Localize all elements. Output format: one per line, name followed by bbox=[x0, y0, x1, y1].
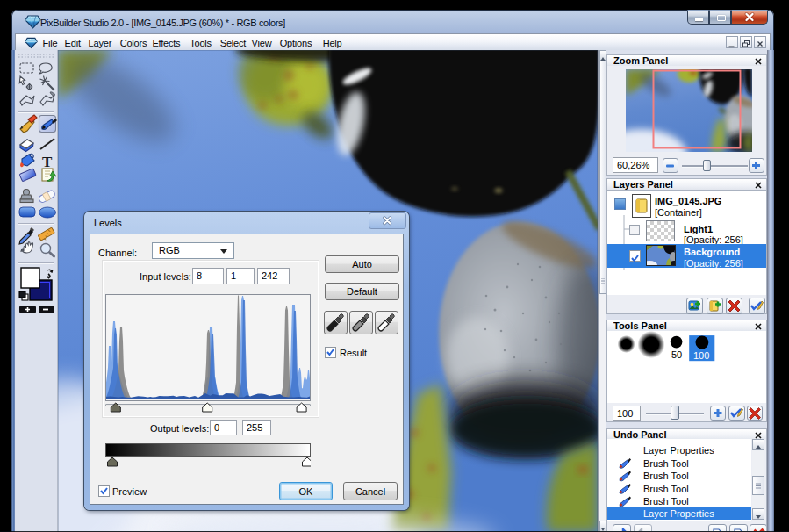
svg-text:100: 100 bbox=[693, 350, 709, 361]
svg-text:T: T bbox=[42, 154, 53, 170]
svg-text:50: 50 bbox=[671, 349, 682, 360]
